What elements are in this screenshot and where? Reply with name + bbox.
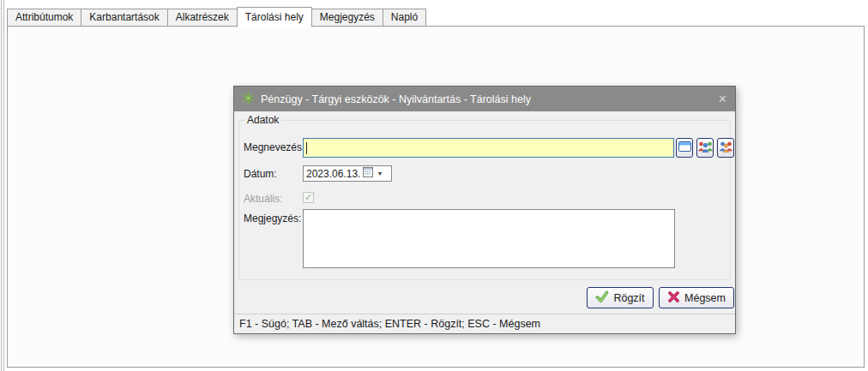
statusbar-hint-text: F1 - Súgó; TAB - Mező váltás; ENTER - Rö… (239, 318, 540, 330)
person-lookup-button[interactable] (717, 138, 734, 158)
tab-alkatreszek[interactable]: Alkatrészek (167, 9, 238, 27)
dialog-statusbar: F1 - Súgó; TAB - Mező váltás; ENTER - Rö… (234, 314, 735, 333)
tab-karbantartasok[interactable]: Karbantartások (81, 9, 167, 27)
dropdown-arrow-icon[interactable]: ▼ (377, 171, 383, 177)
app-window: Attribútumok Karbantartások Alkatrészek … (0, 0, 868, 371)
tab-naplo[interactable]: Napló (383, 9, 426, 27)
dialog-title: Pénzügy - Tárgyi eszközök - Nyilvántartá… (261, 93, 531, 105)
cancel-button-label: Mégsem (684, 292, 726, 304)
adatok-group-label: Adatok (244, 114, 281, 126)
lookup-window-button[interactable] (676, 138, 693, 158)
close-icon[interactable]: ✕ (718, 93, 727, 105)
calendar-icon (363, 167, 373, 180)
checkmark-icon: ✓ (304, 193, 312, 202)
megjegyzes-label: Megjegyzés: (244, 212, 301, 224)
megjegyzes-textarea[interactable] (303, 209, 675, 268)
left-splitter[interactable] (1, 0, 4, 371)
storage-location-dialog: Pénzügy - Tárgyi eszközök - Nyilvántartá… (233, 86, 736, 334)
aktualis-checkbox: ✓ (303, 192, 314, 203)
cancel-button[interactable]: Mégsem (659, 287, 734, 308)
text-caret (306, 142, 307, 154)
people-group-icon (698, 141, 713, 155)
window-icon (678, 141, 691, 154)
datum-value: 2023.06.13. (306, 168, 360, 180)
red-x-icon (667, 290, 680, 306)
group-lookup-button[interactable] (696, 138, 714, 158)
datum-picker[interactable]: 2023.06.13. ▼ (303, 165, 392, 182)
megnevezes-input[interactable] (303, 138, 674, 158)
tab-tarolasi-hely[interactable]: Tárolási hely (237, 7, 312, 27)
asterisk-flower-icon (242, 92, 255, 107)
megnevezes-label: Megnevezés: (244, 141, 304, 153)
green-check-icon (595, 290, 609, 306)
datum-label: Dátum: (244, 168, 277, 180)
tab-attributumok[interactable]: Attribútumok (7, 9, 81, 27)
dialog-titlebar: Pénzügy - Tárgyi eszközök - Nyilvántartá… (234, 87, 735, 111)
tab-bar: Attribútumok Karbantartások Alkatrészek … (7, 6, 425, 27)
submit-button-label: Rögzít (613, 292, 644, 304)
tab-megjegyzes[interactable]: Megjegyzés (311, 9, 383, 27)
submit-button[interactable]: Rögzít (587, 287, 654, 308)
aktualis-label: Aktuális: (244, 193, 282, 205)
two-people-icon (719, 141, 733, 155)
